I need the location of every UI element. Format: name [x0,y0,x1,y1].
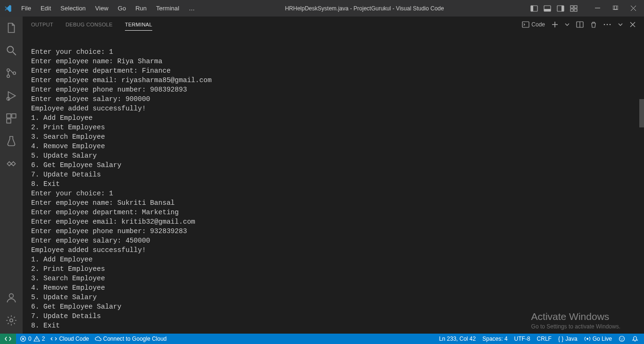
svg-point-17 [7,69,9,71]
status-cloud-code[interactable]: Cloud Code [50,336,89,342]
close-panel-icon[interactable] [630,22,636,27]
window-maximize-icon[interactable] [608,1,622,16]
svg-point-41 [619,336,625,342]
go-live-label: Go Live [593,336,612,342]
layout-panel-bottom-icon[interactable] [543,4,552,13]
source-control-icon[interactable] [5,67,18,80]
svg-rect-9 [574,9,577,11]
tab-output[interactable]: OUTPUT [31,19,53,30]
settings-gear-icon[interactable] [5,314,18,327]
svg-rect-7 [574,6,577,8]
braces-icon: { } [558,336,563,342]
activity-bar [0,17,23,334]
status-connect-gcloud[interactable]: Connect to Google Cloud [95,336,167,342]
svg-rect-22 [12,114,16,118]
status-bar: 0 2 Cloud Code Connect to Google Cloud L… [0,334,644,344]
editor-area: OUTPUT DEBUG CONSOLE TERMINAL Code Enter… [23,17,644,334]
launch-profile-label: Code [531,21,545,28]
svg-rect-3 [544,9,551,11]
svg-rect-8 [570,9,573,11]
svg-rect-26 [522,22,529,27]
warning-icon [33,336,40,342]
svg-point-15 [7,46,13,52]
status-cursor-position[interactable]: Ln 233, Col 42 [439,336,476,342]
status-indentation[interactable]: Spaces: 4 [482,336,507,342]
customize-layout-icon[interactable] [570,4,578,13]
split-terminal-icon[interactable] [576,21,584,28]
window-close-icon[interactable] [626,1,640,16]
menu-file[interactable]: File [17,3,35,14]
cloud-code-icon[interactable] [5,157,18,170]
svg-rect-11 [613,6,617,9]
extensions-icon[interactable] [5,112,18,125]
title-bar: File Edit Selection View Go Run Terminal… [0,0,644,17]
cloud-code-label: Cloud Code [59,336,89,342]
svg-point-18 [7,75,9,77]
new-terminal-icon[interactable] [552,21,558,28]
kill-terminal-icon[interactable] [590,21,597,28]
svg-point-24 [9,294,14,298]
svg-line-16 [13,52,16,55]
layout-sidebar-left-icon[interactable] [530,4,538,13]
cloud-icon [95,336,101,342]
svg-rect-6 [570,6,573,8]
status-encoding[interactable]: UTF-8 [514,336,530,342]
search-icon[interactable] [5,44,18,57]
window-minimize-icon[interactable] [590,1,604,16]
panel-tabs: OUTPUT DEBUG CONSOLE TERMINAL Code [23,17,644,33]
menu-go[interactable]: Go [114,3,130,14]
status-problems[interactable]: 0 2 [20,336,45,342]
svg-rect-23 [7,119,11,123]
svg-point-42 [620,338,621,339]
svg-rect-5 [561,6,564,11]
svg-point-31 [604,24,605,25]
main-area: OUTPUT DEBUG CONSOLE TERMINAL Code Enter… [0,17,644,334]
menu-selection[interactable]: Selection [56,3,90,14]
svg-point-25 [10,319,13,322]
remote-indicator[interactable] [0,334,16,344]
status-go-live[interactable]: Go Live [584,336,612,342]
svg-rect-21 [7,114,11,118]
status-language-mode[interactable]: { } Java [558,336,578,342]
menu-bar: File Edit Selection View Go Run Terminal… [17,3,199,14]
svg-point-19 [13,72,16,74]
connect-gcloud-label: Connect to Google Cloud [103,336,167,342]
error-count: 0 [28,336,32,342]
accounts-icon[interactable] [5,291,18,304]
run-debug-icon[interactable] [5,89,18,102]
testing-icon[interactable] [5,134,18,148]
scrollbar-thumb[interactable] [639,99,644,127]
more-actions-icon[interactable] [603,24,611,25]
broadcast-icon [584,336,591,342]
cloud-code-status-icon [50,336,57,342]
language-label: Java [565,336,577,342]
menu-edit[interactable]: Edit [36,3,55,14]
status-notifications-icon[interactable] [632,336,638,342]
tab-debug-console[interactable]: DEBUG CONSOLE [66,19,113,30]
launch-profile-button[interactable]: Code [522,21,545,28]
svg-point-43 [622,338,623,339]
status-eol[interactable]: CRLF [537,336,552,342]
menu-terminal[interactable]: Terminal [152,3,183,14]
warning-count: 2 [42,336,45,342]
window-title: HRHelpDeskSystem.java - ProjectGurukul -… [199,5,530,12]
svg-rect-12 [614,6,618,9]
svg-point-32 [607,24,608,25]
vscode-logo-icon [4,4,12,13]
explorer-icon[interactable] [5,21,18,34]
menu-more[interactable]: … [184,3,199,14]
status-feedback-icon[interactable] [619,336,625,342]
svg-point-33 [610,24,611,25]
svg-rect-1 [531,6,533,11]
window-controls [530,1,640,16]
terminal-content[interactable]: Enter your choice: 1 Enter employee name… [23,33,644,334]
chevron-up-icon[interactable] [618,22,623,27]
panel-actions: Code [522,21,636,28]
layout-sidebar-right-icon[interactable] [556,4,565,13]
menu-run[interactable]: Run [131,3,151,14]
menu-view[interactable]: View [91,3,113,14]
tab-terminal[interactable]: TERMINAL [125,19,152,31]
svg-point-40 [586,338,588,340]
error-icon [20,336,26,342]
terminal-dropdown-icon[interactable] [565,22,570,27]
